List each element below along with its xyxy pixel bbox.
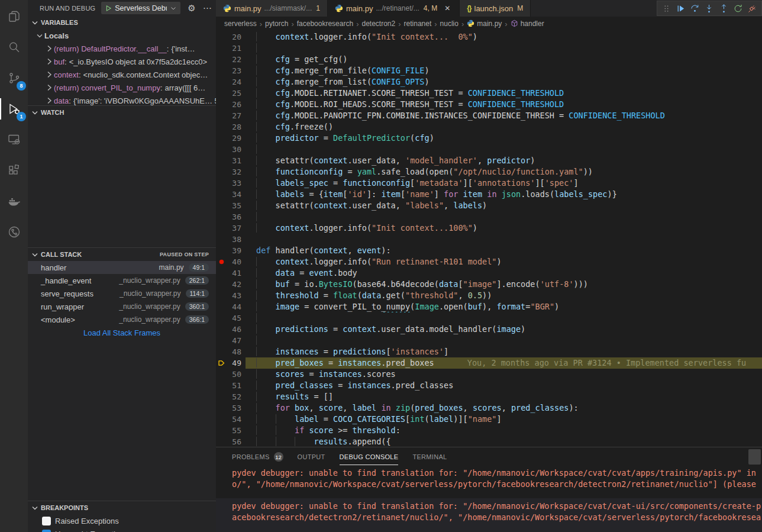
gutter-glyph[interactable] bbox=[216, 234, 227, 245]
gutter-glyph[interactable] bbox=[216, 166, 227, 178]
gutter-glyph[interactable] bbox=[216, 402, 227, 414]
breakpoints-section-header[interactable]: BREAKPOINTS bbox=[28, 501, 216, 514]
step-over-button[interactable] bbox=[689, 1, 702, 15]
gutter-glyph[interactable] bbox=[216, 391, 227, 402]
gutter-glyph[interactable] bbox=[216, 267, 227, 279]
current-line-arrow-icon[interactable] bbox=[216, 357, 227, 369]
gutter-glyph[interactable] bbox=[216, 144, 227, 155]
gutter-glyph[interactable] bbox=[216, 189, 227, 200]
gear-icon[interactable]: ⚙ bbox=[188, 4, 195, 12]
breadcrumb-item[interactable]: retinanet bbox=[404, 20, 432, 28]
breakpoint-row[interactable]: Uncaught Exceptions bbox=[28, 527, 216, 532]
gutter-glyph[interactable] bbox=[216, 43, 227, 54]
gutter-glyph[interactable] bbox=[216, 369, 227, 380]
breadcrumb-item[interactable]: serverless bbox=[224, 20, 257, 28]
stack-frame[interactable]: _handle_event_nuclio_wrapper.py262:1 bbox=[28, 274, 216, 287]
gutter-glyph[interactable] bbox=[216, 178, 227, 189]
gutter-glyph[interactable] bbox=[216, 290, 227, 301]
tab-bar: main.py.../siammask/...1main.py.../retin… bbox=[216, 0, 762, 17]
explorer-icon[interactable] bbox=[0, 1, 28, 32]
editor-tab[interactable]: main.py.../siammask/...1 bbox=[216, 0, 328, 17]
variable-row[interactable]: data:{'image': 'iVBORw0KGgoAAAANSUhE… 55 bbox=[28, 94, 216, 105]
start-debugging-icon[interactable] bbox=[105, 5, 112, 12]
gutter-glyph[interactable] bbox=[216, 99, 227, 110]
git-graph-icon[interactable] bbox=[0, 217, 28, 247]
stack-frame[interactable]: handlermain.py49:1 bbox=[28, 261, 216, 274]
breadcrumb-file[interactable]: main.py bbox=[467, 20, 502, 28]
gutter-glyph[interactable] bbox=[216, 301, 227, 312]
variable-row[interactable]: (return) DefaultPredictor.__call__:{'ins… bbox=[28, 42, 216, 55]
variable-row[interactable]: (return) convert_PIL_to_numpy:array([[[ … bbox=[28, 81, 216, 94]
restart-button[interactable] bbox=[731, 1, 744, 15]
watch-section-header[interactable]: WATCH bbox=[28, 106, 216, 119]
panel-tab-terminal[interactable]: TERMINAL bbox=[412, 447, 447, 465]
checkbox[interactable] bbox=[42, 517, 51, 525]
variable-row[interactable]: context:<nuclio_sdk.context.Context obje… bbox=[28, 68, 216, 81]
gutter-glyph[interactable] bbox=[216, 279, 227, 290]
indent-guide bbox=[256, 425, 276, 435]
gutter-glyph[interactable] bbox=[216, 76, 227, 88]
stack-frame[interactable]: run_wrapper_nuclio_wrapper.py360:1 bbox=[28, 300, 216, 313]
variables-scope-row[interactable]: Locals bbox=[28, 29, 216, 42]
panel-tab-debug-console[interactable]: DEBUG CONSOLE bbox=[340, 447, 399, 465]
breadcrumb-item[interactable]: detectron2 bbox=[361, 20, 395, 28]
line-number: 38 bbox=[227, 234, 241, 245]
gutter-glyph[interactable] bbox=[216, 335, 227, 346]
editor-tab[interactable]: {}launch.jsonM bbox=[460, 0, 531, 17]
run-and-debug-icon[interactable]: 1 bbox=[0, 93, 28, 124]
remote-explorer-icon[interactable] bbox=[0, 124, 28, 155]
gutter-glyph[interactable] bbox=[216, 425, 227, 436]
docker-icon[interactable] bbox=[0, 186, 28, 217]
gutter-glyph[interactable] bbox=[216, 31, 227, 43]
variable-value: {'image': 'iVBORw0KGgoAAAANSUhE… 55 bbox=[73, 96, 216, 105]
code-editor[interactable]: 20 context.logger.info("Init context... … bbox=[216, 31, 762, 447]
disconnect-button[interactable] bbox=[746, 1, 759, 15]
breadcrumb-symbol[interactable]: handler bbox=[511, 20, 544, 28]
stack-frame[interactable]: serve_requests_nuclio_wrapper.py114:1 bbox=[28, 287, 216, 300]
close-icon[interactable]: ✕ bbox=[443, 4, 452, 12]
variables-section-header[interactable]: VARIABLES bbox=[28, 16, 216, 29]
search-icon[interactable] bbox=[0, 32, 28, 63]
editor-tab[interactable]: main.py.../retinanet/...4, M✕ bbox=[328, 0, 460, 17]
gripper-handle[interactable] bbox=[660, 1, 673, 15]
gutter-glyph[interactable] bbox=[216, 121, 227, 133]
panel-scrollbar-thumb[interactable] bbox=[748, 449, 761, 465]
gutter-glyph[interactable] bbox=[216, 88, 227, 99]
gutter-glyph[interactable] bbox=[216, 380, 227, 391]
gutter-glyph[interactable] bbox=[216, 324, 227, 335]
line-number: 31 bbox=[227, 155, 241, 166]
stack-frame[interactable]: <module>_nuclio_wrapper.py366:1 bbox=[28, 313, 216, 326]
call-stack-section-header[interactable]: CALL STACK PAUSED ON STEP bbox=[28, 248, 216, 261]
breadcrumb-item[interactable]: pytorch bbox=[265, 20, 288, 28]
gutter-glyph[interactable] bbox=[216, 223, 227, 234]
gutter-glyph[interactable] bbox=[216, 414, 227, 425]
source-control-icon[interactable]: 8 bbox=[0, 63, 28, 93]
gutter-glyph[interactable] bbox=[216, 65, 227, 76]
load-all-stack-frames-link[interactable]: Load All Stack Frames bbox=[28, 326, 216, 339]
breadcrumb-item[interactable]: facebookresearch bbox=[297, 20, 353, 28]
checkbox[interactable] bbox=[42, 530, 51, 532]
variable-row[interactable]: buf:<_io.BytesIO object at 0x7f5a2dc1ecc… bbox=[28, 55, 216, 68]
continue-button[interactable] bbox=[674, 1, 687, 15]
panel-tab-output[interactable]: OUTPUT bbox=[298, 447, 325, 465]
gutter-glyph[interactable] bbox=[216, 436, 227, 447]
breadcrumb-item[interactable]: nuclio bbox=[440, 20, 459, 28]
launch-config-dropdown[interactable]: Serverless Debu bbox=[101, 2, 180, 14]
gutter-glyph[interactable] bbox=[216, 312, 227, 324]
breakpoint-row[interactable]: Raised Exceptions bbox=[28, 514, 216, 527]
step-into-button[interactable] bbox=[703, 1, 716, 15]
gutter-glyph[interactable] bbox=[216, 110, 227, 121]
step-out-button[interactable] bbox=[717, 1, 730, 15]
breakpoint-icon[interactable] bbox=[216, 256, 227, 267]
panel-tab-problems[interactable]: PROBLEMS12 bbox=[232, 447, 283, 465]
gutter-glyph[interactable] bbox=[216, 346, 227, 357]
indent-guide bbox=[256, 403, 276, 412]
gutter-glyph[interactable] bbox=[216, 133, 227, 144]
gutter-glyph[interactable] bbox=[216, 155, 227, 166]
extensions-icon[interactable] bbox=[0, 155, 28, 186]
gutter-glyph[interactable] bbox=[216, 245, 227, 256]
gutter-glyph[interactable] bbox=[216, 211, 227, 223]
gutter-glyph[interactable] bbox=[216, 54, 227, 65]
gutter-glyph[interactable] bbox=[216, 200, 227, 211]
more-actions-icon[interactable]: ⋯ bbox=[203, 4, 212, 12]
